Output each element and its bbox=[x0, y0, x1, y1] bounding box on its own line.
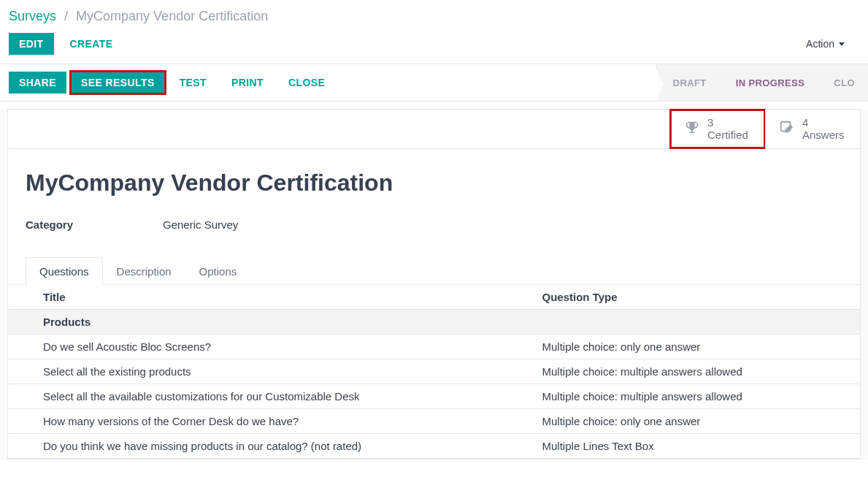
stat-answers-count: 4 bbox=[802, 117, 845, 129]
print-button[interactable]: PRINT bbox=[221, 72, 274, 94]
table-cell-title: Select all the available customizations … bbox=[8, 384, 537, 409]
status-in-progress[interactable]: IN PROGRESS bbox=[720, 69, 818, 97]
pencil-square-icon bbox=[779, 120, 795, 138]
table-section-row[interactable]: Products bbox=[8, 310, 860, 335]
table-cell-title: How many versions of the Corner Desk do … bbox=[8, 409, 537, 434]
stat-certified[interactable]: 3 Certified bbox=[670, 110, 765, 148]
status-closed[interactable]: CLO bbox=[818, 69, 868, 97]
form-sheet: 3 Certified 4 Answers MyCompany Vendor C… bbox=[7, 109, 861, 460]
field-category: Category Generic Survey bbox=[8, 202, 860, 237]
stat-buttons: 3 Certified 4 Answers bbox=[8, 110, 860, 149]
tab-description[interactable]: Description bbox=[103, 257, 185, 285]
tab-options[interactable]: Options bbox=[185, 257, 251, 285]
questions-table-header-type[interactable]: Question Type bbox=[537, 285, 860, 310]
status-draft[interactable]: DRAFT bbox=[657, 69, 720, 97]
create-button[interactable]: CREATE bbox=[67, 33, 116, 55]
questions-table-header-title[interactable]: Title bbox=[8, 285, 537, 310]
edit-button[interactable]: EDIT bbox=[9, 33, 54, 55]
table-row[interactable]: Select all the existing productsMultiple… bbox=[8, 359, 860, 384]
field-category-label: Category bbox=[26, 218, 163, 231]
record-title: MyCompany Vendor Certification bbox=[8, 149, 860, 202]
see-results-button[interactable]: SEE RESULTS bbox=[71, 72, 165, 94]
field-category-value: Generic Survey bbox=[163, 218, 238, 231]
table-cell-type: Multiple choice: multiple answers allowe… bbox=[537, 359, 860, 384]
trophy-icon bbox=[684, 120, 700, 138]
table-cell-type: Multiple Lines Text Box bbox=[537, 434, 860, 459]
action-dropdown[interactable]: Action bbox=[806, 38, 845, 50]
breadcrumb-root[interactable]: Surveys bbox=[9, 9, 56, 23]
breadcrumb-separator: / bbox=[64, 9, 68, 23]
share-button[interactable]: SHARE bbox=[9, 72, 66, 94]
stat-certified-count: 3 bbox=[707, 117, 748, 129]
table-section-title: Products bbox=[8, 310, 860, 335]
table-row[interactable]: Do you think we have missing products in… bbox=[8, 434, 860, 459]
table-cell-type: Multiple choice: multiple answers allowe… bbox=[537, 384, 860, 409]
breadcrumb: Surveys / MyCompany Vendor Certification bbox=[0, 0, 868, 28]
table-cell-type: Multiple choice: only one answer bbox=[537, 409, 860, 434]
table-cell-title: Do we sell Acoustic Bloc Screens? bbox=[8, 335, 537, 359]
table-row[interactable]: Do we sell Acoustic Bloc Screens?Multipl… bbox=[8, 335, 860, 359]
table-cell-type: Multiple choice: only one answer bbox=[537, 335, 860, 359]
tab-questions[interactable]: Questions bbox=[26, 257, 103, 285]
action-bar: SHARE SEE RESULTS TEST PRINT CLOSE DRAFT… bbox=[0, 64, 868, 101]
command-row: EDIT CREATE Action bbox=[0, 28, 868, 64]
stat-answers[interactable]: 4 Answers bbox=[765, 110, 860, 148]
chevron-down-icon bbox=[839, 42, 845, 46]
breadcrumb-current: MyCompany Vendor Certification bbox=[76, 9, 268, 23]
questions-table-body: ProductsDo we sell Acoustic Bloc Screens… bbox=[8, 310, 860, 459]
close-button[interactable]: CLOSE bbox=[278, 72, 335, 94]
table-row[interactable]: Select all the available customizations … bbox=[8, 384, 860, 409]
stat-certified-label: Certified bbox=[707, 129, 748, 142]
table-cell-title: Do you think we have missing products in… bbox=[8, 434, 537, 459]
status-bar: DRAFT IN PROGRESS CLO bbox=[656, 64, 868, 101]
stat-answers-label: Answers bbox=[802, 129, 845, 142]
action-dropdown-label: Action bbox=[806, 38, 834, 50]
test-button[interactable]: TEST bbox=[169, 72, 217, 94]
notebook-tabs: Questions Description Options bbox=[8, 237, 860, 285]
questions-table: Title Question Type ProductsDo we sell A… bbox=[8, 285, 860, 459]
table-cell-title: Select all the existing products bbox=[8, 359, 537, 384]
table-row[interactable]: How many versions of the Corner Desk do … bbox=[8, 409, 860, 434]
